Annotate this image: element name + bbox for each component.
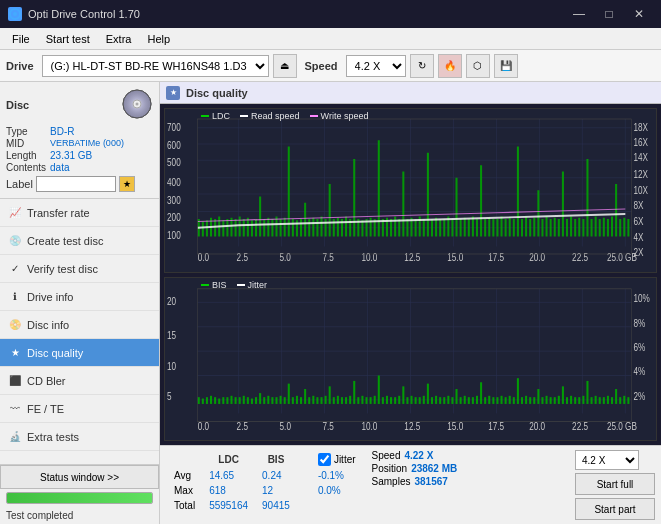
svg-rect-113 xyxy=(496,219,498,237)
svg-rect-283 xyxy=(607,395,609,403)
svg-rect-218 xyxy=(341,397,343,404)
refresh-button[interactable]: ↻ xyxy=(410,54,434,78)
sidebar-item-create-test-disc[interactable]: 💿 Create test disc xyxy=(0,227,159,255)
speed-select-main[interactable]: 4.2 X xyxy=(346,55,406,77)
svg-text:12.5: 12.5 xyxy=(404,253,420,264)
svg-text:22.5: 22.5 xyxy=(572,253,588,264)
sidebar-item-disc-quality[interactable]: ★ Disc quality xyxy=(0,339,159,367)
svg-rect-134 xyxy=(582,219,584,237)
svg-rect-121 xyxy=(529,219,531,237)
close-button[interactable]: ✕ xyxy=(625,4,653,24)
svg-rect-93 xyxy=(415,219,417,237)
status-window-button[interactable]: Status window >> xyxy=(0,465,159,489)
label-button[interactable]: ★ xyxy=(119,176,135,192)
chart1-legend: LDC Read speed Write speed xyxy=(201,111,368,121)
svg-text:18X: 18X xyxy=(633,123,648,134)
disc-section-title: Disc xyxy=(6,99,29,111)
start-part-button[interactable]: Start part xyxy=(575,498,655,520)
svg-rect-260 xyxy=(513,397,515,404)
svg-rect-252 xyxy=(480,382,482,404)
svg-rect-244 xyxy=(447,395,449,403)
svg-rect-286 xyxy=(619,397,621,404)
svg-rect-67 xyxy=(308,219,310,237)
svg-rect-106 xyxy=(468,219,470,237)
menu-extra[interactable]: Extra xyxy=(98,31,140,47)
fe-te-icon: 〰 xyxy=(8,402,22,416)
disc-quality-title: Disc quality xyxy=(186,87,248,99)
svg-rect-97 xyxy=(431,219,433,237)
speed-select-small[interactable]: 4.2 X xyxy=(575,450,639,470)
svg-rect-221 xyxy=(353,380,355,403)
svg-rect-203 xyxy=(280,395,282,403)
erase-button[interactable]: ⬡ xyxy=(466,54,490,78)
svg-rect-241 xyxy=(435,395,437,403)
bis-legend: BIS xyxy=(201,280,227,290)
sidebar-item-label: FE / TE xyxy=(27,403,64,415)
svg-rect-223 xyxy=(361,395,363,403)
svg-rect-55 xyxy=(259,197,261,237)
svg-text:10: 10 xyxy=(167,359,176,371)
svg-rect-117 xyxy=(513,219,515,237)
svg-rect-76 xyxy=(345,217,347,237)
sidebar-item-cd-bler[interactable]: ⬛ CD Bler xyxy=(0,367,159,395)
svg-rect-53 xyxy=(251,220,253,236)
menu-help[interactable]: Help xyxy=(139,31,178,47)
menu-file[interactable]: File xyxy=(4,31,38,47)
svg-rect-238 xyxy=(423,395,425,403)
svg-rect-214 xyxy=(325,395,327,403)
bis-legend-color xyxy=(201,284,209,286)
sidebar-item-verify-test-disc[interactable]: ✓ Verify test disc xyxy=(0,255,159,283)
svg-rect-228 xyxy=(382,397,384,404)
svg-rect-145 xyxy=(627,219,629,237)
app-icon xyxy=(8,7,22,21)
action-buttons: 4.2 X Start full Start part xyxy=(575,450,655,520)
samples-row: Samples 381567 xyxy=(372,476,458,487)
menu-start-test[interactable]: Start test xyxy=(38,31,98,47)
minimize-button[interactable]: — xyxy=(565,4,593,24)
drive-select[interactable]: (G:) HL-DT-ST BD-RE WH16NS48 1.D3 xyxy=(42,55,269,77)
disc-panel: Disc xyxy=(0,82,159,199)
jitter-checkbox[interactable] xyxy=(318,453,331,466)
jitter-label: Jitter xyxy=(334,454,356,465)
status-bar: Status window >> Test completed xyxy=(0,464,159,524)
sidebar-item-transfer-rate[interactable]: 📈 Transfer rate xyxy=(0,199,159,227)
sidebar-item-disc-info[interactable]: 📀 Disc info xyxy=(0,311,159,339)
maximize-button[interactable]: □ xyxy=(595,4,623,24)
svg-rect-91 xyxy=(406,219,408,237)
svg-rect-140 xyxy=(607,219,609,237)
main-layout: Disc xyxy=(0,82,661,524)
sidebar-item-extra-tests[interactable]: 🔬 Extra tests xyxy=(0,423,159,451)
progress-bar xyxy=(6,492,153,504)
start-full-button[interactable]: Start full xyxy=(575,473,655,495)
eject-button[interactable]: ⏏ xyxy=(273,54,297,78)
svg-rect-287 xyxy=(623,395,625,403)
sidebar-item-drive-info[interactable]: ℹ Drive info xyxy=(0,283,159,311)
disc-header: Disc xyxy=(6,88,153,122)
svg-rect-191 xyxy=(230,395,232,403)
svg-rect-213 xyxy=(320,397,322,404)
svg-rect-70 xyxy=(320,217,322,237)
svg-rect-246 xyxy=(456,389,458,404)
svg-rect-250 xyxy=(472,397,474,404)
app-title: Opti Drive Control 1.70 xyxy=(28,8,140,20)
svg-rect-220 xyxy=(349,395,351,403)
svg-rect-219 xyxy=(345,397,347,404)
write-speed-legend-color xyxy=(310,115,318,117)
svg-rect-202 xyxy=(275,397,277,404)
svg-rect-186 xyxy=(210,395,212,403)
svg-rect-209 xyxy=(304,389,306,404)
chart2-legend: BIS Jitter xyxy=(201,280,267,290)
svg-rect-269 xyxy=(550,397,552,404)
stats-table: LDC BIS Jitter Avg 14.65 0.24 -0. xyxy=(166,450,364,514)
svg-rect-69 xyxy=(316,219,318,237)
svg-rect-58 xyxy=(271,219,273,237)
save-button[interactable]: 💾 xyxy=(494,54,518,78)
jitter-legend-color xyxy=(237,284,245,286)
svg-rect-127 xyxy=(554,218,556,237)
svg-rect-236 xyxy=(415,397,417,404)
drive-toolbar: Drive (G:) HL-DT-ST BD-RE WH16NS48 1.D3 … xyxy=(0,50,661,82)
cd-bler-icon: ⬛ xyxy=(8,374,22,388)
sidebar-item-fe-te[interactable]: 〰 FE / TE xyxy=(0,395,159,423)
burn-button[interactable]: 🔥 xyxy=(438,54,462,78)
label-input[interactable] xyxy=(36,176,116,192)
